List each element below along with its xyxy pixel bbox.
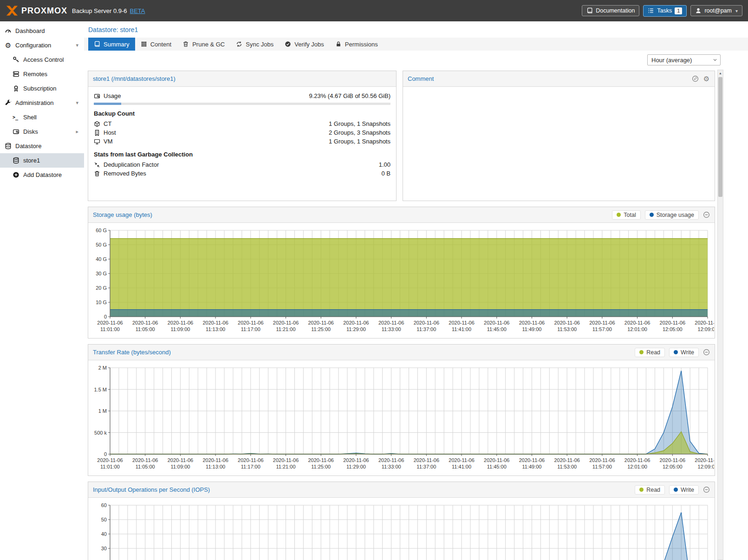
sidebar-item-add-datastore[interactable]: Add Datastore [0,168,84,182]
time-range-value: Hour (average) [651,57,692,64]
svg-text:2020-11-06: 2020-11-06 [695,457,714,463]
legend-storage-usage[interactable]: Storage usage [645,210,699,220]
svg-text:2020-11-06: 2020-11-06 [202,457,228,463]
app-title: Backup Server 0.9-6 [72,7,127,14]
gauge-icon [5,27,12,34]
svg-text:11:41:00: 11:41:00 [452,464,471,469]
svg-text:2020-11-06: 2020-11-06 [589,457,615,463]
tab-label: Permissions [345,41,378,48]
svg-text:11:13:00: 11:13:00 [206,326,225,332]
svg-text:2020-11-06: 2020-11-06 [554,320,579,326]
svg-text:12:01:00: 12:01:00 [627,326,647,332]
sidebar-item-disks[interactable]: Disks ▸ [0,124,84,139]
vm-value: 1 Groups, 1 Snapshots [329,138,390,145]
gear-icon[interactable]: ⚙ [703,75,710,82]
gc-stats-header: Stats from last Garbage Collection [94,151,390,158]
chevron-down-icon: ▾ [735,8,738,13]
sidebar-label: Configuration [15,42,51,49]
svg-text:12:09:00: 12:09:00 [698,464,714,469]
tab-verify-jobs[interactable]: Verify Jobs [279,38,330,51]
book-icon [586,7,593,14]
time-range-select[interactable]: Hour (average) [647,54,721,65]
iops-chart: 01020304050602020-11-0611:01:002020-11-0… [89,500,714,560]
edit-comment-icon[interactable] [692,75,699,82]
scroll-thumb[interactable] [718,77,722,197]
legend-total[interactable]: Total [612,210,640,220]
svg-text:2020-11-06: 2020-11-06 [378,457,404,463]
legend-write[interactable]: Write [669,348,699,357]
user-menu-button[interactable]: root@pam ▾ [690,5,742,16]
svg-text:2020-11-06: 2020-11-06 [343,320,369,326]
svg-text:2020-11-06: 2020-11-06 [238,320,263,326]
svg-text:10 G: 10 G [96,300,107,305]
collapse-panel-icon[interactable] [703,211,710,218]
svg-text:2020-11-06: 2020-11-06 [168,320,193,326]
host-value: 2 Groups, 3 Snapshots [329,129,390,136]
legend-label: Total [624,212,636,218]
legend-write[interactable]: Write [669,485,699,495]
beta-link[interactable]: BETA [130,7,145,14]
legend-dot [617,213,621,217]
svg-text:11:37:00: 11:37:00 [416,464,436,469]
tab-permissions[interactable]: Permissions [330,38,384,51]
tab-prune-gc[interactable]: Prune & GC [177,38,230,51]
sidebar-item-subscription[interactable]: Subscription [0,81,84,96]
legend-read[interactable]: Read [635,348,665,357]
wrench-icon [5,99,12,106]
svg-text:2020-11-06: 2020-11-06 [519,320,545,326]
chevron-right-icon: ▸ [76,129,78,135]
sidebar-item-store1[interactable]: store1 [0,153,84,168]
host-label: Host [104,129,116,136]
sidebar-label: Remotes [23,71,47,78]
svg-text:2020-11-06: 2020-11-06 [273,320,299,326]
svg-text:2020-11-06: 2020-11-06 [624,457,650,463]
scroll-up-arrow[interactable]: ▲ [718,70,723,76]
check-circle-icon [285,41,291,47]
svg-text:11:25:00: 11:25:00 [311,464,331,469]
dedup-value: 1.00 [379,161,390,168]
sidebar-item-remotes[interactable]: Remotes [0,67,84,81]
tab-summary[interactable]: Summary [88,38,135,51]
cube-icon [94,121,100,127]
panel-header: Storage usage (bytes) Total Storage usag… [88,207,715,223]
sidebar-item-dashboard[interactable]: Dashboard [0,24,84,38]
sidebar-item-access-control[interactable]: Access Control [0,52,84,67]
tab-content[interactable]: Content [135,38,177,51]
svg-text:60: 60 [101,502,107,508]
svg-text:2020-11-06: 2020-11-06 [449,457,474,463]
plus-circle-icon [13,171,20,178]
legend-label: Storage usage [657,212,694,218]
tasks-label: Tasks [657,7,672,14]
svg-text:1 M: 1 M [98,408,107,414]
tasks-button[interactable]: Tasks 1 [643,5,687,17]
panel-title: Storage usage (bytes) [93,211,152,218]
svg-text:2020-11-06: 2020-11-06 [378,320,404,326]
comment-content[interactable] [403,87,715,96]
legend-read[interactable]: Read [635,485,665,495]
sidebar-label: Datastore [15,143,41,150]
svg-text:11:49:00: 11:49:00 [522,464,541,469]
panel-title: Transfer Rate (bytes/second) [93,349,171,356]
tab-label: Content [150,41,172,48]
svg-text:12:01:00: 12:01:00 [627,464,647,469]
sidebar-item-configuration[interactable]: ⚙ Configuration ▾ [0,38,84,52]
dedup-row: Deduplication Factor 1.00 [94,160,390,169]
svg-text:2020-11-06: 2020-11-06 [695,320,714,326]
svg-text:2020-11-06: 2020-11-06 [414,320,439,326]
sidebar-label: Add Datastore [23,171,62,178]
sidebar-item-administration[interactable]: Administration ▾ [0,96,84,110]
collapse-panel-icon[interactable] [703,486,710,493]
sidebar-item-datastore[interactable]: Datastore [0,139,84,153]
comment-panel: Comment ⚙ [403,71,715,201]
documentation-button[interactable]: Documentation [582,5,639,16]
removed-bytes-row: Removed Bytes 0 B [94,169,390,178]
svg-text:2020-11-06: 2020-11-06 [132,457,158,463]
panel-title: store1 (/mnt/datastores/store1) [93,75,176,82]
svg-text:2020-11-06: 2020-11-06 [343,457,369,463]
svg-text:2020-11-06: 2020-11-06 [484,320,509,326]
tasks-badge: 1 [675,7,682,14]
tab-sync-jobs[interactable]: Sync Jobs [230,38,279,51]
collapse-panel-icon[interactable] [703,349,710,356]
sidebar-item-shell[interactable]: >_ Shell [0,110,84,124]
vertical-scrollbar[interactable]: ▲ [717,70,723,560]
